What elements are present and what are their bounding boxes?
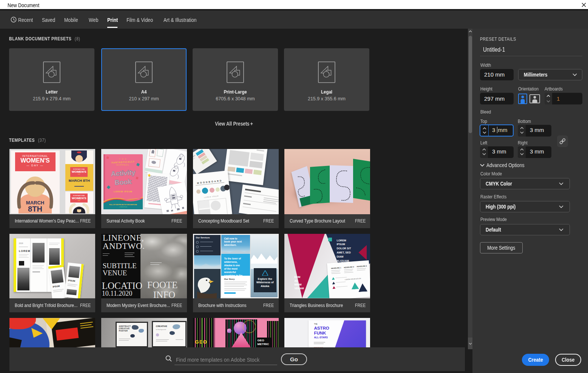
svg-text:8TH: 8TH bbox=[28, 205, 42, 213]
svg-text:FULL OF FUN PROJECTS FOR EVERY: FULL OF FUN PROJECTS FOR EVERYONE bbox=[109, 204, 137, 206]
svg-text:LOREM IPSUM: LOREM IPSUM bbox=[119, 206, 127, 208]
